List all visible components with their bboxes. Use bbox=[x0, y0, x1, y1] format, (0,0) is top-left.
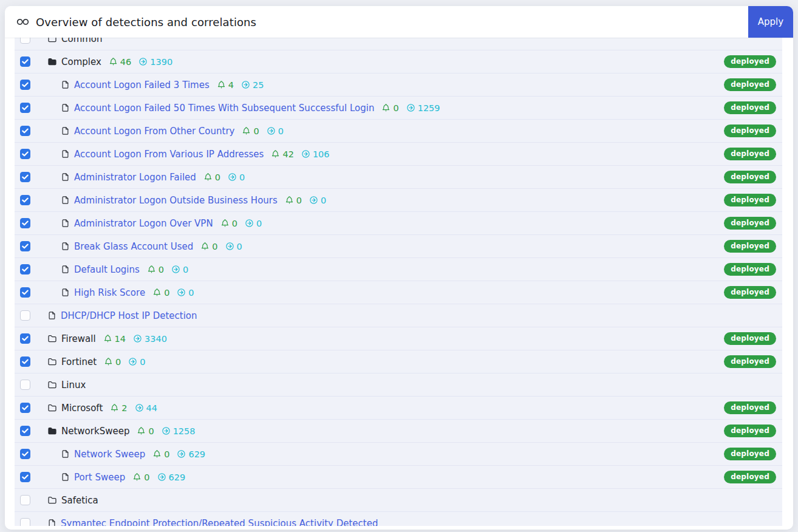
tree-row[interactable]: Complex 46 1390 deployed bbox=[15, 50, 782, 73]
row-counts: 14 3340 bbox=[103, 334, 167, 344]
file-icon bbox=[47, 519, 56, 526]
tree-row[interactable]: High Risk Score 0 0 deployed bbox=[15, 281, 782, 304]
row-label[interactable]: Account Logon From Various IP Addresses bbox=[74, 149, 264, 160]
row-label[interactable]: Account Logon Failed 50 Times With Subse… bbox=[74, 103, 374, 114]
row-counts: 46 1390 bbox=[109, 57, 172, 67]
tree-row[interactable]: Microsoft 2 44 deployed bbox=[15, 397, 782, 420]
tree-row[interactable]: Account Logon Failed 3 Times 4 25 deploy… bbox=[15, 73, 782, 97]
tree-row[interactable]: Common bbox=[15, 38, 782, 50]
row-label[interactable]: Symantec Endpoint Protection/Repeated Su… bbox=[61, 518, 378, 527]
row-label[interactable]: Administrator Logon Outside Business Hou… bbox=[74, 195, 278, 206]
row-checkbox[interactable] bbox=[20, 218, 30, 228]
row-label[interactable]: Network Sweep bbox=[74, 449, 145, 460]
row-checkbox[interactable] bbox=[20, 310, 30, 321]
status-badge: deployed bbox=[724, 217, 776, 230]
tree-row[interactable]: DHCP/DHCP Host IP Detection bbox=[15, 304, 782, 327]
check-icon bbox=[22, 105, 29, 111]
alerts-count-group: 4 bbox=[217, 80, 234, 90]
row-checkbox[interactable] bbox=[20, 518, 30, 526]
row-checkbox[interactable] bbox=[20, 56, 30, 67]
tree-row[interactable]: Administrator Logon Outside Business Hou… bbox=[15, 189, 782, 212]
status-badge: deployed bbox=[724, 286, 776, 299]
page-title: Overview of detections and correlations bbox=[36, 16, 256, 29]
row-label[interactable]: Account Logon Failed 3 Times bbox=[74, 80, 210, 90]
row-checkbox[interactable] bbox=[20, 38, 30, 44]
row-checkbox[interactable] bbox=[20, 403, 30, 413]
alerts-count: 0 bbox=[144, 472, 149, 482]
row-checkbox[interactable] bbox=[20, 380, 30, 390]
tree-row[interactable]: Account Logon From Various IP Addresses … bbox=[15, 143, 782, 166]
row-label[interactable]: Administrator Logon Over VPN bbox=[74, 218, 213, 229]
arrow-circle-right-icon bbox=[406, 103, 415, 112]
status-badge: deployed bbox=[724, 263, 776, 276]
tree-row[interactable]: Administrator Logon Over VPN 0 0 deploye… bbox=[15, 212, 782, 235]
title-wrap: Overview of detections and correlations bbox=[5, 16, 256, 29]
apply-button[interactable]: Apply bbox=[748, 6, 793, 38]
file-icon bbox=[61, 449, 70, 459]
row-label[interactable]: Administrator Logon Failed bbox=[74, 172, 196, 183]
row-label[interactable]: DHCP/DHCP Host IP Detection bbox=[61, 310, 197, 321]
alerts-count-group: 0 bbox=[132, 472, 149, 482]
tree-row[interactable]: Account Logon From Other Country 0 0 dep… bbox=[15, 120, 782, 143]
row-label[interactable]: Account Logon From Other Country bbox=[74, 126, 234, 137]
bell-icon bbox=[104, 357, 113, 366]
row-checkbox[interactable] bbox=[20, 103, 30, 113]
tree-row[interactable]: Network Sweep 0 629 deployed bbox=[15, 443, 782, 466]
row-label[interactable]: High Risk Score bbox=[74, 287, 145, 298]
file-icon bbox=[61, 172, 70, 182]
arrow-circle-right-icon bbox=[225, 242, 234, 251]
row-checkbox[interactable] bbox=[20, 287, 30, 298]
tree-row[interactable]: Account Logon Failed 50 Times With Subse… bbox=[15, 97, 782, 120]
row-checkbox[interactable] bbox=[20, 172, 30, 182]
alerts-count-group: 0 bbox=[152, 449, 169, 459]
tree-row[interactable]: NetworkSweep 0 1258 deployed bbox=[15, 420, 782, 443]
circles-link-icon bbox=[16, 18, 29, 26]
row-label[interactable]: Break Glass Account Used bbox=[74, 241, 193, 252]
check-icon bbox=[22, 128, 29, 134]
bell-icon bbox=[217, 80, 226, 89]
tree-row[interactable]: Administrator Logon Failed 0 0 deployed bbox=[15, 166, 782, 189]
status-badge: deployed bbox=[724, 194, 776, 206]
row-checkbox[interactable] bbox=[20, 80, 30, 90]
row-checkbox[interactable] bbox=[20, 426, 30, 436]
alerts-count: 0 bbox=[393, 103, 398, 113]
status-badge: deployed bbox=[724, 471, 776, 483]
row-checkbox[interactable] bbox=[20, 241, 30, 251]
row-checkbox[interactable] bbox=[20, 356, 30, 367]
alerts-count-group: 46 bbox=[109, 57, 131, 67]
check-icon bbox=[22, 267, 29, 272]
row-checkbox[interactable] bbox=[20, 495, 30, 505]
row-checkbox[interactable] bbox=[20, 449, 30, 459]
row-checkbox[interactable] bbox=[20, 472, 30, 482]
events-count-group: 106 bbox=[301, 149, 330, 159]
tree-row[interactable]: Linux bbox=[15, 373, 782, 397]
tree-row[interactable]: Port Sweep 0 629 deployed bbox=[15, 466, 782, 489]
row-label: Linux bbox=[61, 380, 86, 390]
events-count-group: 44 bbox=[135, 403, 157, 413]
row-checkbox[interactable] bbox=[20, 126, 30, 136]
detections-list-viewport[interactable]: Common bbox=[15, 38, 782, 526]
tree-row[interactable]: Symantec Endpoint Protection/Repeated Su… bbox=[15, 512, 782, 526]
tree-row[interactable]: Safetica bbox=[15, 489, 782, 512]
row-checkbox[interactable] bbox=[20, 264, 30, 275]
row-counts: 0 0 bbox=[285, 196, 326, 205]
tree-row[interactable]: Break Glass Account Used 0 0 deployed bbox=[15, 235, 782, 258]
arrow-circle-right-icon bbox=[135, 403, 144, 412]
tree-row[interactable]: Default Logins 0 0 deployed bbox=[15, 258, 782, 281]
events-count: 1259 bbox=[418, 103, 440, 113]
bell-icon bbox=[152, 449, 162, 459]
row-checkbox[interactable] bbox=[20, 195, 30, 205]
file-icon bbox=[61, 265, 70, 274]
row-checkbox[interactable] bbox=[20, 333, 30, 344]
row-label[interactable]: Port Sweep bbox=[74, 472, 125, 483]
alerts-count-group: 0 bbox=[104, 357, 121, 367]
alerts-count: 0 bbox=[148, 426, 154, 436]
tree-row[interactable]: Firewall 14 3340 deployed bbox=[15, 327, 782, 350]
check-icon bbox=[22, 197, 29, 203]
tree-row[interactable]: Fortinet 0 0 deployed bbox=[15, 350, 782, 373]
row-label[interactable]: Default Logins bbox=[74, 264, 140, 275]
alerts-count-group: 0 bbox=[285, 196, 302, 205]
bell-icon bbox=[285, 196, 294, 205]
row-checkbox[interactable] bbox=[20, 149, 30, 159]
alerts-count-group: 0 bbox=[200, 242, 217, 251]
